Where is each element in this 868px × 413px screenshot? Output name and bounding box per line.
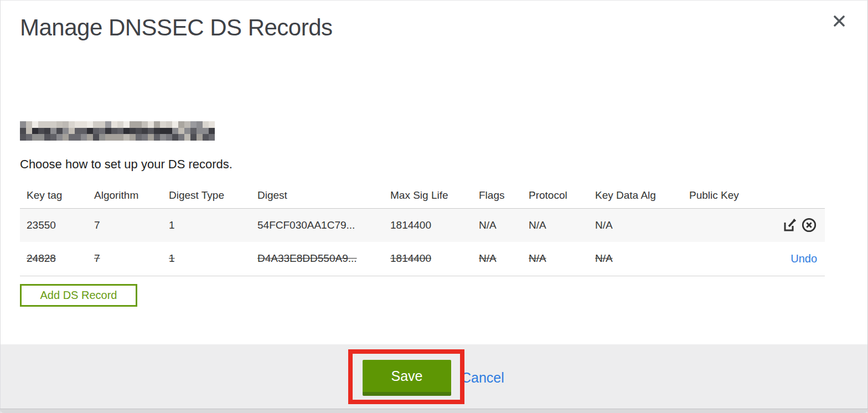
cell-algorithm: 7 <box>87 242 162 276</box>
cell-key-tag: 23550 <box>20 208 87 242</box>
cell-digest: D4A33E8DD550A9... <box>251 242 384 276</box>
cell-public-key <box>683 242 768 276</box>
modal-footer: Save Cancel <box>0 344 868 413</box>
cell-public-key <box>683 208 768 242</box>
edit-record-button[interactable] <box>782 218 797 233</box>
cell-max-sig-life: 1814400 <box>384 208 472 242</box>
manage-dnssec-modal: Manage DNSSEC DS Records Choose how to s… <box>0 0 868 413</box>
cell-digest-type: 1 <box>162 242 251 276</box>
cancel-link[interactable]: Cancel <box>461 370 504 386</box>
cell-key-data-alg: N/A <box>588 242 683 276</box>
cell-protocol: N/A <box>522 242 588 276</box>
col-public-key: Public Key <box>683 183 768 208</box>
col-max-sig-life: Max Sig Life <box>384 183 472 208</box>
col-algorithm: Algorithm <box>87 183 162 208</box>
col-key-data-alg: Key Data Alg <box>588 183 683 208</box>
row-actions <box>768 208 825 242</box>
modal-title: Manage DNSSEC DS Records <box>20 14 333 41</box>
redacted-domain-name <box>20 121 215 141</box>
instruction-text: Choose how to set up your DS records. <box>20 157 232 172</box>
cell-max-sig-life: 1814400 <box>384 242 472 276</box>
col-digest-type: Digest Type <box>162 183 251 208</box>
table-row-deleted: 24828 7 1 D4A33E8DD550A9... 1814400 N/A … <box>20 242 825 276</box>
add-ds-record-button[interactable]: Add DS Record <box>20 284 137 307</box>
cell-digest-type: 1 <box>162 208 251 242</box>
cell-key-data-alg: N/A <box>588 208 683 242</box>
cell-flags: N/A <box>472 208 522 242</box>
remove-record-button[interactable] <box>801 217 817 233</box>
col-actions <box>768 183 825 208</box>
edit-icon <box>782 218 797 233</box>
cell-flags: N/A <box>472 242 522 276</box>
undo-link[interactable]: Undo <box>790 252 817 265</box>
row-actions: Undo <box>768 242 825 276</box>
col-protocol: Protocol <box>522 183 588 208</box>
remove-circle-icon <box>801 217 817 233</box>
cell-algorithm: 7 <box>87 208 162 242</box>
col-key-tag: Key tag <box>20 183 87 208</box>
table-header-row: Key tag Algorithm Digest Type Digest Max… <box>20 183 825 208</box>
col-flags: Flags <box>472 183 522 208</box>
cell-digest: 54FCF030AA1C79... <box>251 208 384 242</box>
cell-key-tag: 24828 <box>20 242 87 276</box>
table-row: 23550 7 1 54FCF030AA1C79... 1814400 N/A … <box>20 208 825 242</box>
col-digest: Digest <box>251 183 384 208</box>
cell-protocol: N/A <box>522 208 588 242</box>
ds-records-table: Key tag Algorithm Digest Type Digest Max… <box>20 183 825 276</box>
close-icon <box>831 13 847 29</box>
save-button[interactable]: Save <box>363 360 451 396</box>
close-button[interactable] <box>829 11 849 31</box>
